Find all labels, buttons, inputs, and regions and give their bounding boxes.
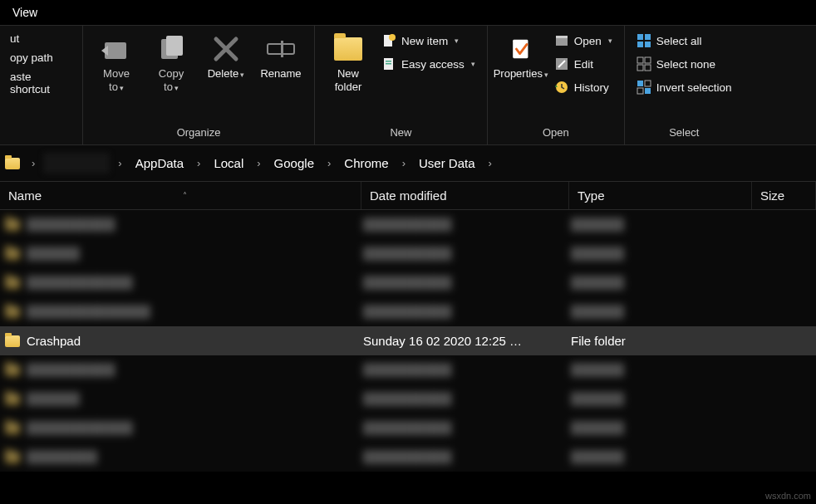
column-name[interactable]: Name˄ xyxy=(0,182,361,209)
copy-path-button[interactable]: opy path xyxy=(8,50,74,66)
group-label-open: Open xyxy=(496,124,616,141)
svg-rect-26 xyxy=(645,88,651,94)
list-item[interactable]: ██████████████████████████ xyxy=(0,210,816,239)
history-icon xyxy=(554,80,569,95)
location-folder-icon xyxy=(5,158,20,169)
column-headers: Name˄ Date modified Type Size xyxy=(0,182,816,210)
folder-icon xyxy=(5,394,20,405)
properties-button[interactable]: Properties▾ xyxy=(496,29,546,84)
group-label-new: New xyxy=(323,124,479,141)
breadcrumb-item[interactable]: User Data xyxy=(414,153,480,174)
list-item[interactable]: ████████████████████████████ xyxy=(0,413,816,443)
invert-selection-button[interactable]: Invert selection xyxy=(633,77,735,97)
cut-button[interactable]: ut xyxy=(8,31,74,46)
chevron-right-icon[interactable]: › xyxy=(484,154,497,173)
chevron-right-icon[interactable]: › xyxy=(322,154,336,173)
svg-rect-22 xyxy=(645,65,651,71)
open-icon xyxy=(554,33,569,48)
easy-access-icon xyxy=(381,56,396,71)
file-date: Sunday 16 02 2020 12:25 … xyxy=(363,334,571,348)
folder-icon xyxy=(5,277,20,289)
rename-button[interactable]: Rename xyxy=(256,29,306,84)
column-size[interactable]: Size xyxy=(752,182,816,209)
svg-rect-12 xyxy=(556,36,568,38)
ribbon-group-clipboard: ut opy path aste shortcut xyxy=(0,26,83,144)
folder-icon xyxy=(5,452,20,463)
open-button[interactable]: Open▾ xyxy=(551,31,616,51)
file-list: ██████████████████████████ █████████████… xyxy=(0,210,816,472)
ribbon-group-new: Newfolder New item▾ Easy access▾ New xyxy=(315,26,488,144)
select-none-icon xyxy=(637,56,651,71)
folder-icon xyxy=(5,248,20,260)
folder-icon xyxy=(5,219,20,231)
group-label-organize: Organize xyxy=(91,124,306,141)
svg-point-6 xyxy=(389,34,396,41)
folder-icon xyxy=(5,335,20,347)
chevron-right-icon[interactable]: › xyxy=(192,154,205,173)
delete-icon xyxy=(209,32,243,66)
group-label xyxy=(8,136,74,141)
new-item-button[interactable]: New item▾ xyxy=(378,31,479,51)
breadcrumb-item[interactable]: Chrome xyxy=(339,153,393,174)
list-item[interactable]: ██████████████████████ xyxy=(0,384,816,413)
edit-icon xyxy=(554,56,569,71)
breadcrumb-item[interactable]: Local xyxy=(209,153,248,174)
select-all-button[interactable]: Select all xyxy=(633,31,735,51)
list-item-selected[interactable]: Crashpad Sunday 16 02 2020 12:25 … File … xyxy=(0,326,816,355)
breadcrumb-bar[interactable]: › › AppData › Local › Google › Chrome › … xyxy=(0,145,816,182)
svg-rect-10 xyxy=(513,40,528,58)
copy-to-button[interactable]: Copyto▾ xyxy=(146,29,196,96)
svg-rect-20 xyxy=(645,57,651,63)
chevron-right-icon[interactable]: › xyxy=(397,154,410,173)
list-item[interactable]: ██████████████████████ xyxy=(0,239,816,268)
rename-icon xyxy=(264,32,297,66)
paste-shortcut-button[interactable]: aste shortcut xyxy=(8,69,74,97)
properties-icon xyxy=(504,32,538,66)
folder-icon xyxy=(5,306,20,318)
chevron-right-icon[interactable]: › xyxy=(252,154,265,173)
delete-button[interactable]: Delete▾ xyxy=(201,29,251,84)
svg-rect-25 xyxy=(637,88,643,94)
list-item[interactable]: ████████████████████████████ xyxy=(0,268,816,297)
select-all-icon xyxy=(637,33,651,48)
menu-bar: View xyxy=(0,0,816,25)
breadcrumb-item[interactable]: Google xyxy=(269,153,319,174)
ribbon-group-organize: Moveto▾ Copyto▾ Delete▾ Rename xyxy=(83,26,315,144)
select-none-button[interactable]: Select none xyxy=(633,54,735,74)
svg-rect-17 xyxy=(637,42,643,47)
list-item[interactable]: ██████████████████████████ xyxy=(0,355,816,384)
copy-to-icon xyxy=(155,32,188,66)
folder-icon xyxy=(332,32,365,66)
svg-rect-9 xyxy=(386,63,391,65)
svg-rect-16 xyxy=(645,34,651,40)
file-type: File folder xyxy=(571,334,754,348)
invert-selection-icon xyxy=(637,80,651,95)
breadcrumb-item[interactable]: AppData xyxy=(130,153,189,174)
menu-view[interactable]: View xyxy=(4,1,46,24)
svg-rect-18 xyxy=(645,42,651,47)
history-button[interactable]: History xyxy=(551,77,616,97)
move-to-button[interactable]: Moveto▾ xyxy=(91,29,141,96)
svg-rect-24 xyxy=(645,81,651,86)
edit-button[interactable]: Edit xyxy=(551,54,616,74)
ribbon-group-open: Properties▾ Open▾ Edit History Open xyxy=(488,26,625,144)
move-to-icon xyxy=(100,32,133,66)
chevron-right-icon[interactable]: › xyxy=(113,154,126,173)
easy-access-button[interactable]: Easy access▾ xyxy=(378,54,479,74)
ribbon: ut opy path aste shortcut Moveto▾ Copyto… xyxy=(0,25,816,145)
svg-rect-23 xyxy=(637,81,643,86)
folder-icon xyxy=(5,423,20,434)
list-item[interactable]: ████████████████████████ xyxy=(0,443,816,472)
new-folder-button[interactable]: Newfolder xyxy=(323,29,373,96)
new-item-icon xyxy=(381,33,396,48)
ribbon-group-select: Select all Select none Invert selection … xyxy=(625,26,744,144)
group-label-select: Select xyxy=(633,124,735,141)
list-item[interactable]: ██████████████████████████████ xyxy=(0,297,816,326)
folder-icon xyxy=(5,365,20,376)
column-type[interactable]: Type xyxy=(569,182,752,209)
column-date-modified[interactable]: Date modified xyxy=(361,182,569,209)
breadcrumb-redacted[interactable] xyxy=(43,153,110,174)
svg-rect-2 xyxy=(166,36,183,56)
watermark: wsxdn.com xyxy=(765,491,811,501)
chevron-right-icon[interactable]: › xyxy=(27,154,40,173)
